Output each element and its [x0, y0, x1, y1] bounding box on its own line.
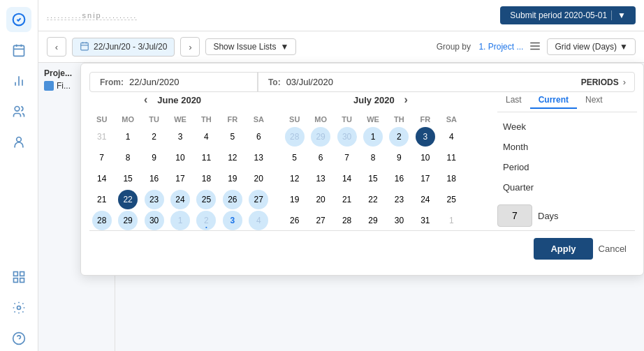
calendar-day[interactable]: 27: [311, 211, 330, 230]
calendar-day[interactable]: 4: [249, 211, 268, 230]
calendar-day[interactable]: 2: [196, 211, 216, 230]
tab-next[interactable]: Next: [577, 92, 611, 109]
calendar-day[interactable]: 10: [416, 148, 435, 167]
calendar-day[interactable]: 19: [285, 190, 305, 209]
calendar-day[interactable]: 30: [145, 211, 164, 230]
calendar-day[interactable]: 14: [92, 169, 112, 188]
calendar-day[interactable]: 15: [363, 169, 383, 188]
to-date-input[interactable]: [286, 77, 363, 87]
calendar-day[interactable]: 11: [441, 148, 461, 167]
sidebar-item-check[interactable]: [6, 7, 31, 32]
calendar-day[interactable]: 2: [145, 127, 164, 147]
calendar-day[interactable]: 20: [249, 169, 268, 188]
calendar-day[interactable]: 27: [249, 190, 268, 209]
calendar-day[interactable]: 12: [223, 148, 242, 167]
calendar-day[interactable]: 21: [337, 190, 357, 209]
sidebar-item-calendar[interactable]: [6, 38, 31, 63]
sidebar-item-people[interactable]: [6, 99, 31, 124]
calendar-day[interactable]: 16: [389, 169, 409, 188]
calendar-day[interactable]: 1: [170, 211, 190, 230]
calendar-day[interactable]: 29: [363, 211, 383, 230]
cancel-button[interactable]: Cancel: [599, 244, 627, 254]
calendar-day[interactable]: 23: [145, 190, 164, 209]
calendar-day[interactable]: 17: [416, 169, 435, 188]
calendar-day[interactable]: 14: [337, 169, 357, 188]
calendar-day-selected-end[interactable]: 3: [416, 127, 435, 147]
calendar-day[interactable]: 28: [285, 127, 305, 147]
calendar-day[interactable]: 22: [363, 190, 383, 209]
calendar-day[interactable]: 21: [92, 190, 112, 209]
menu-icon[interactable]: [529, 40, 541, 54]
calendar-day[interactable]: 28: [92, 211, 112, 230]
calendar-day[interactable]: 6: [249, 127, 268, 147]
period-option-week[interactable]: Week: [497, 118, 637, 135]
june-prev-button[interactable]: ‹: [140, 92, 152, 107]
sidebar-item-grid[interactable]: [6, 264, 31, 290]
calendar-day[interactable]: 4: [441, 127, 461, 147]
calendar-day[interactable]: 7: [92, 148, 112, 167]
calendar-day[interactable]: 7: [337, 148, 357, 167]
calendar-day[interactable]: 29: [118, 211, 138, 230]
tab-last[interactable]: Last: [497, 92, 530, 109]
calendar-day[interactable]: 12: [285, 169, 305, 188]
sidebar-item-person[interactable]: [6, 130, 31, 155]
prev-period-button[interactable]: ‹: [47, 37, 66, 57]
period-option-quarter[interactable]: Quarter: [497, 179, 637, 196]
calendar-day[interactable]: 18: [196, 169, 216, 188]
calendar-day[interactable]: 3: [223, 211, 242, 230]
group-by-value[interactable]: 1. Project ...: [478, 42, 523, 52]
calendar-day-selected-start[interactable]: 22: [118, 190, 138, 209]
calendar-day[interactable]: 19: [223, 169, 242, 188]
july-next-button[interactable]: ›: [400, 92, 412, 107]
calendar-day[interactable]: 25: [196, 190, 216, 209]
calendar-day[interactable]: 3: [170, 127, 190, 147]
calendar-day[interactable]: 24: [416, 190, 435, 209]
show-issue-lists-button[interactable]: Show Issue Lists ▼: [205, 38, 296, 55]
sidebar-item-help[interactable]: [6, 326, 31, 351]
calendar-day[interactable]: 1: [441, 211, 461, 230]
period-option-month[interactable]: Month: [497, 138, 637, 156]
calendar-day[interactable]: 24: [170, 190, 190, 209]
calendar-day[interactable]: 8: [118, 148, 138, 167]
calendar-day[interactable]: 26: [285, 211, 305, 230]
calendar-day[interactable]: 13: [249, 148, 268, 167]
calendar-day[interactable]: 5: [223, 127, 242, 147]
calendar-day[interactable]: 5: [285, 148, 305, 167]
next-period-button[interactable]: ›: [180, 37, 200, 57]
calendar-day[interactable]: 16: [145, 169, 164, 188]
calendar-day[interactable]: 26: [223, 190, 242, 209]
calendar-day[interactable]: 18: [441, 169, 461, 188]
calendar-day[interactable]: 4: [196, 127, 216, 147]
calendar-day[interactable]: 30: [389, 211, 409, 230]
calendar-day[interactable]: 23: [389, 190, 409, 209]
calendar-day[interactable]: 30: [337, 127, 357, 147]
calendar-day[interactable]: 15: [118, 169, 138, 188]
calendar-day[interactable]: 6: [311, 148, 330, 167]
calendar-day[interactable]: 29: [311, 127, 330, 147]
calendar-day[interactable]: 2: [389, 127, 409, 147]
apply-button[interactable]: Apply: [534, 238, 592, 260]
period-option-period[interactable]: Period: [497, 158, 637, 176]
sidebar-item-gear[interactable]: [6, 295, 31, 320]
calendar-day[interactable]: 20: [311, 190, 330, 209]
submit-period-button[interactable]: Submit period 2020-05-01 ▼: [500, 6, 636, 24]
calendar-day[interactable]: 17: [170, 169, 190, 188]
grid-view-button[interactable]: Grid view (Days) ▼: [547, 38, 636, 55]
calendar-day[interactable]: 1: [118, 127, 138, 147]
date-range-button[interactable]: 22/Jun/20 - 3/Jul/20: [72, 38, 175, 57]
calendar-day[interactable]: 11: [196, 148, 216, 167]
calendar-day[interactable]: 9: [389, 148, 409, 167]
calendar-day[interactable]: 10: [170, 148, 190, 167]
calendar-day[interactable]: 31: [92, 127, 112, 147]
tab-current[interactable]: Current: [530, 92, 577, 109]
calendar-day[interactable]: 31: [416, 211, 435, 230]
calendar-day[interactable]: 8: [363, 148, 383, 167]
calendar-day[interactable]: 9: [145, 148, 164, 167]
calendar-day[interactable]: 1: [363, 127, 383, 147]
calendar-day[interactable]: 13: [311, 169, 330, 188]
from-date-input[interactable]: [129, 77, 206, 87]
sidebar-item-chart[interactable]: [6, 68, 31, 94]
days-input[interactable]: [497, 204, 532, 227]
calendar-day[interactable]: 25: [441, 190, 461, 209]
calendar-day[interactable]: 28: [337, 211, 357, 230]
